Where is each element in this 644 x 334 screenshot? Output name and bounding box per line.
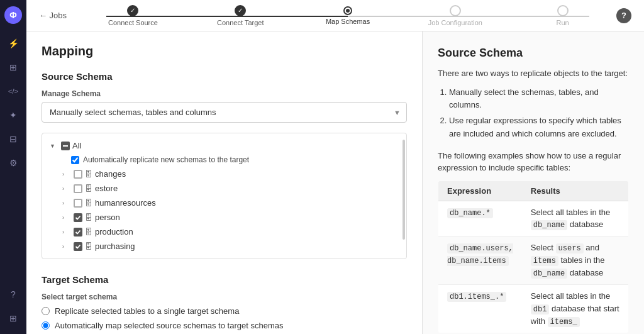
sidebar-icon-shield[interactable]: ✦: [4, 106, 23, 125]
radio-group: Replicate selected tables to a single ta…: [42, 306, 407, 334]
sidebar-icon-grid2[interactable]: ⊞: [4, 309, 23, 328]
expr-code-2: db_name.users,db_name.items: [447, 243, 513, 266]
expr-code-3: db1.items_.*: [447, 292, 506, 302]
target-schema-section: Target Schema Select target schema Repli…: [42, 274, 407, 334]
chevron-production[interactable]: ›: [62, 229, 71, 235]
expr-cell-2: db_name.users,db_name.items: [438, 237, 522, 285]
step-label-connect-source: Connect Source: [108, 19, 158, 26]
step-connect-source[interactable]: ✓ Connect Source: [79, 5, 187, 26]
svg-rect-0: [63, 145, 68, 147]
manage-schema-select-wrapper: Manually select schemas, tables and colu…: [42, 102, 407, 123]
radio-label-single: Replicate selected tables to a single ta…: [55, 306, 239, 316]
tree-item-production[interactable]: › 🗄 production: [55, 225, 406, 239]
sidebar-icon-layers[interactable]: ⊟: [4, 130, 23, 148]
checkbox-person[interactable]: [74, 213, 82, 222]
tree-root-all[interactable]: ▼ All: [42, 138, 406, 153]
tree-item-humanresources[interactable]: › 🗄 humanresources: [55, 196, 406, 210]
result-code-db1: db1: [531, 304, 550, 315]
sidebar-icon-help[interactable]: ?: [4, 285, 23, 304]
steps-nav: ✓ Connect Source ✓ Connect Target Map Sc…: [79, 5, 616, 26]
chevron-purchasing[interactable]: ›: [62, 243, 71, 250]
target-schema-title: Target Schema: [42, 274, 407, 285]
select-target-label: Select target schema: [42, 292, 407, 301]
result-cell-3: Select all tables in the db1 database th…: [522, 285, 629, 333]
help-option-2: Use regular expressions to specify which…: [449, 114, 629, 141]
result-code-dbname2: db_name: [531, 269, 567, 279]
help-button[interactable]: ?: [616, 8, 631, 23]
help-option-1: Manually select the schemas, tables, and…: [449, 86, 629, 113]
step-circle-job-config: [450, 5, 461, 16]
help-options-list: Manually select the schemas, tables, and…: [438, 86, 629, 141]
checkbox-purchasing[interactable]: [74, 242, 82, 251]
source-schema-section: Source Schema Manage Schema Manually sel…: [42, 71, 407, 259]
result-code-1: db_name: [531, 220, 567, 230]
db-icon-humanresources: 🗄: [85, 199, 92, 208]
step-label-map-schemas: Map Schemas: [326, 18, 370, 25]
col-header-expression: Expression: [438, 181, 522, 201]
table-row: db1.items_.* Select all tables in the db…: [438, 285, 629, 333]
checkbox-humanresources[interactable]: [74, 199, 82, 208]
source-schema-title: Source Schema: [42, 71, 407, 82]
schema-tree: ▼ All Automatically replicate new schema…: [42, 133, 407, 259]
result-code-users: users: [556, 243, 584, 253]
back-to-jobs[interactable]: ← Jobs: [39, 11, 67, 20]
radio-label-auto: Automatically map selected source schema…: [55, 321, 283, 330]
db-icon-person: 🗄: [85, 213, 92, 222]
tree-chevron-all[interactable]: ▼: [50, 143, 58, 149]
expr-code-1: db_name.*: [447, 208, 493, 218]
db-icon-estore: 🗄: [85, 184, 92, 193]
content-area: Mapping Source Schema Manage Schema Manu…: [26, 31, 644, 334]
sidebar-icon-lightning[interactable]: ⚡: [4, 34, 23, 53]
radio-input-single[interactable]: [42, 307, 50, 315]
step-circle-map-schemas: [343, 6, 352, 15]
tree-item-estore[interactable]: › 🗄 estore: [55, 181, 406, 196]
chevron-changes[interactable]: ›: [62, 171, 71, 177]
tree-item-changes[interactable]: › 🗄 changes: [55, 167, 406, 181]
step-connect-target[interactable]: ✓ Connect Target: [187, 5, 294, 26]
label-humanresources: humanresources: [95, 198, 399, 208]
label-person: person: [95, 213, 399, 222]
checkbox-estore[interactable]: [74, 184, 82, 193]
step-circle-connect-target: ✓: [235, 5, 246, 16]
regex-intro: The following examples show how to use a…: [438, 150, 629, 174]
sidebar-icon-grid[interactable]: ⊞: [4, 58, 23, 77]
radio-auto-map[interactable]: Automatically map selected source schema…: [42, 321, 407, 330]
result-code-items: items: [531, 256, 558, 266]
tree-item-person[interactable]: › 🗄 person: [55, 210, 406, 225]
label-estore: estore: [95, 184, 399, 193]
label-purchasing: purchasing: [95, 242, 399, 251]
step-job-configuration[interactable]: Job Configuration: [401, 5, 509, 26]
label-changes: changes: [95, 169, 399, 179]
main-area: ← Jobs ✓ Connect Source ✓ Connect Target…: [26, 0, 644, 334]
radio-input-auto[interactable]: [42, 321, 50, 330]
checkbox-changes[interactable]: [74, 170, 82, 179]
auto-replicate-checkbox[interactable]: [71, 156, 79, 164]
radio-single-target[interactable]: Replicate selected tables to a single ta…: [42, 306, 407, 316]
chevron-person[interactable]: ›: [62, 214, 71, 221]
db-icon-purchasing: 🗄: [85, 242, 92, 251]
app-logo[interactable]: Φ: [4, 6, 22, 24]
db-icon-changes: 🗄: [85, 170, 92, 179]
step-label-connect-target: Connect Target: [217, 19, 264, 26]
manage-schema-label: Manage Schema: [42, 89, 407, 98]
sidebar-icon-code[interactable]: </>: [4, 82, 23, 101]
db-icon-production: 🗄: [85, 228, 92, 237]
left-panel: Mapping Source Schema Manage Schema Manu…: [26, 31, 423, 334]
tree-label-all: All: [72, 141, 399, 150]
checkbox-production[interactable]: [74, 228, 82, 237]
tree-scrollbar[interactable]: [402, 140, 405, 240]
chevron-estore[interactable]: ›: [62, 186, 71, 192]
step-map-schemas[interactable]: Map Schemas: [294, 6, 402, 25]
col-header-results: Results: [522, 181, 629, 201]
manage-schema-select[interactable]: Manually select schemas, tables and colu…: [42, 102, 407, 123]
tree-item-purchasing[interactable]: › 🗄 purchasing: [55, 239, 406, 253]
result-cell-1: Select all tables in the db_name databas…: [522, 201, 629, 237]
top-nav: ← Jobs ✓ Connect Source ✓ Connect Target…: [26, 0, 644, 31]
tree-checkbox-all[interactable]: [61, 142, 70, 150]
result-cell-2: Select users and items tables in the db_…: [522, 237, 629, 285]
step-label-job-config: Job Configuration: [428, 19, 482, 26]
chevron-humanresources[interactable]: ›: [62, 200, 71, 206]
step-run[interactable]: Run: [509, 5, 616, 26]
result-code-items-prefix: items_: [548, 317, 580, 327]
sidebar-icon-settings[interactable]: ⚙: [4, 153, 23, 172]
